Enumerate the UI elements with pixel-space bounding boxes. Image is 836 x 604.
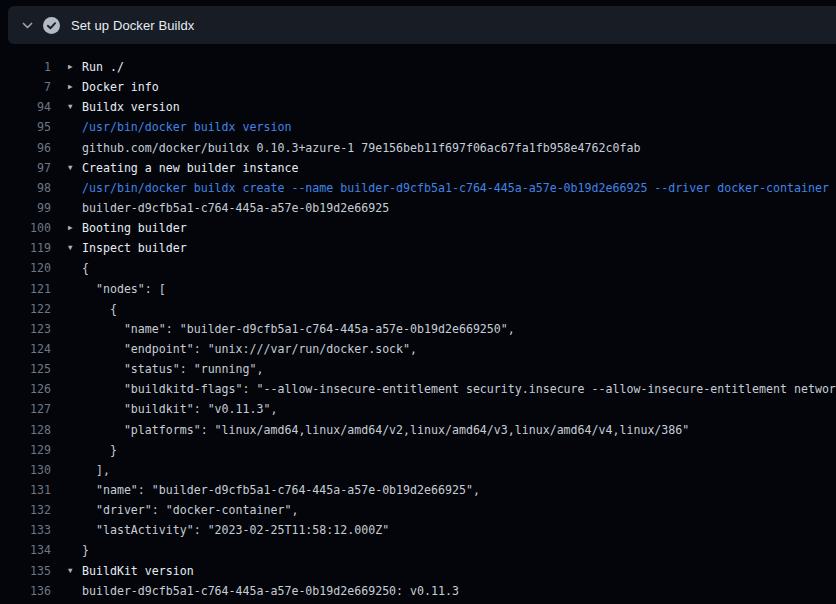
- line-text: "endpoint": "unix:///var/run/docker.sock…: [82, 339, 417, 359]
- line-content: builder-d9cfb5a1-c764-445a-a57e-0b19d2e6…: [51, 581, 459, 601]
- triangle-right-icon: ▶: [68, 77, 82, 97]
- line-content: }: [51, 540, 89, 560]
- line-number[interactable]: 119: [0, 238, 51, 258]
- line-text: Buildx version: [82, 97, 180, 117]
- line-content: "lastActivity": "2023-02-25T11:58:12.000…: [51, 520, 389, 540]
- line-text: builder-d9cfb5a1-c764-445a-a57e-0b19d2e6…: [82, 581, 459, 601]
- log-line: 96 github.com/docker/buildx 0.10.3+azure…: [0, 138, 836, 158]
- line-number[interactable]: 136: [0, 581, 51, 601]
- log-line: 133 "lastActivity": "2023-02-25T11:58:12…: [0, 520, 836, 540]
- log-line: 99 builder-d9cfb5a1-c764-445a-a57e-0b19d…: [0, 198, 836, 218]
- line-number[interactable]: 100: [0, 218, 51, 238]
- line-content: ▶Run ./: [51, 57, 124, 77]
- line-content: ▶Booting builder: [51, 218, 187, 238]
- line-content: }: [51, 440, 117, 460]
- log-line: 123 "name": "builder-d9cfb5a1-c764-445a-…: [0, 319, 836, 339]
- line-number[interactable]: 129: [0, 440, 51, 460]
- line-number[interactable]: 125: [0, 359, 51, 379]
- line-content: ▼Inspect builder: [51, 238, 187, 258]
- triangle-right-icon: ▶: [68, 218, 82, 238]
- line-text: ],: [82, 460, 110, 480]
- line-text: "buildkitd-flags": "--allow-insecure-ent…: [82, 379, 836, 399]
- line-content: "endpoint": "unix:///var/run/docker.sock…: [51, 339, 417, 359]
- log-line: 136 builder-d9cfb5a1-c764-445a-a57e-0b19…: [0, 581, 836, 601]
- line-text: builder-d9cfb5a1-c764-445a-a57e-0b19d2e6…: [82, 198, 389, 218]
- line-content: ▶Docker info: [51, 77, 159, 97]
- line-text: "name": "builder-d9cfb5a1-c764-445a-a57e…: [82, 319, 515, 339]
- line-number[interactable]: 96: [0, 138, 51, 158]
- log-line[interactable]: 7 ▶Docker info: [0, 77, 836, 97]
- collapse-step-button[interactable]: [16, 14, 38, 36]
- line-number[interactable]: 132: [0, 500, 51, 520]
- line-number[interactable]: 99: [0, 198, 51, 218]
- log-lines: 1 ▶Run ./ 7 ▶Docker info 94 ▼Buildx vers…: [0, 57, 836, 601]
- line-content: builder-d9cfb5a1-c764-445a-a57e-0b19d2e6…: [51, 198, 389, 218]
- line-number[interactable]: 127: [0, 399, 51, 419]
- line-content: "buildkit": "v0.11.3",: [51, 399, 277, 419]
- triangle-down-icon: ▼: [68, 238, 82, 258]
- line-text: Creating a new builder instance: [82, 158, 298, 178]
- line-content: ▼BuildKit version: [51, 561, 194, 581]
- line-text: "driver": "docker-container",: [82, 500, 298, 520]
- log-line[interactable]: 1 ▶Run ./: [0, 57, 836, 77]
- line-content: ▼Buildx version: [51, 97, 180, 117]
- line-text: Docker info: [82, 77, 159, 97]
- line-text: Booting builder: [82, 218, 187, 238]
- line-number[interactable]: 130: [0, 460, 51, 480]
- line-number[interactable]: 97: [0, 158, 51, 178]
- line-text: BuildKit version: [82, 561, 194, 581]
- step-header[interactable]: Set up Docker Buildx: [8, 6, 836, 44]
- line-number[interactable]: 94: [0, 97, 51, 117]
- log-line: 132 "driver": "docker-container",: [0, 500, 836, 520]
- line-number[interactable]: 121: [0, 279, 51, 299]
- log-line[interactable]: 119 ▼Inspect builder: [0, 238, 836, 258]
- line-number[interactable]: 95: [0, 117, 51, 137]
- step-status-check-icon: [43, 17, 60, 34]
- line-content: /usr/bin/docker buildx create --name bui…: [51, 178, 829, 198]
- line-content: "buildkitd-flags": "--allow-insecure-ent…: [51, 379, 836, 399]
- line-number[interactable]: 124: [0, 339, 51, 359]
- log-line: 98 /usr/bin/docker buildx create --name …: [0, 178, 836, 198]
- line-content: {: [51, 299, 117, 319]
- line-number[interactable]: 128: [0, 420, 51, 440]
- log-line[interactable]: 100 ▶Booting builder: [0, 218, 836, 238]
- log-line: 124 "endpoint": "unix:///var/run/docker.…: [0, 339, 836, 359]
- log-line: 128 "platforms": "linux/amd64,linux/amd6…: [0, 420, 836, 440]
- log-line: 130 ],: [0, 460, 836, 480]
- log-line[interactable]: 94 ▼Buildx version: [0, 97, 836, 117]
- line-number[interactable]: 1: [0, 57, 51, 77]
- triangle-right-icon: ▶: [68, 57, 82, 77]
- line-number[interactable]: 131: [0, 480, 51, 500]
- triangle-down-icon: ▼: [68, 158, 82, 178]
- line-text: {: [82, 258, 89, 278]
- chevron-down-icon: [21, 19, 34, 32]
- line-content: /usr/bin/docker buildx version: [51, 117, 291, 137]
- triangle-down-icon: ▼: [68, 97, 82, 117]
- line-text: }: [82, 440, 117, 460]
- line-number[interactable]: 135: [0, 561, 51, 581]
- log-line: 126 "buildkitd-flags": "--allow-insecure…: [0, 379, 836, 399]
- log-line: 122 {: [0, 299, 836, 319]
- line-content: {: [51, 258, 89, 278]
- line-content: "name": "builder-d9cfb5a1-c764-445a-a57e…: [51, 319, 515, 339]
- line-number[interactable]: 126: [0, 379, 51, 399]
- line-number[interactable]: 134: [0, 540, 51, 560]
- log-line: 131 "name": "builder-d9cfb5a1-c764-445a-…: [0, 480, 836, 500]
- line-number[interactable]: 122: [0, 299, 51, 319]
- line-text: github.com/docker/buildx 0.10.3+azure-1 …: [82, 138, 640, 158]
- log-line[interactable]: 135 ▼BuildKit version: [0, 561, 836, 581]
- line-content: "driver": "docker-container",: [51, 500, 298, 520]
- log-line[interactable]: 97 ▼Creating a new builder instance: [0, 158, 836, 178]
- line-text: "platforms": "linux/amd64,linux/amd64/v2…: [82, 420, 689, 440]
- line-number[interactable]: 98: [0, 178, 51, 198]
- line-number[interactable]: 7: [0, 77, 51, 97]
- line-content: ▼Creating a new builder instance: [51, 158, 298, 178]
- line-content: "status": "running",: [51, 359, 263, 379]
- log-line: 129 }: [0, 440, 836, 460]
- log-line: 120 {: [0, 258, 836, 278]
- line-number[interactable]: 123: [0, 319, 51, 339]
- line-text: "lastActivity": "2023-02-25T11:58:12.000…: [82, 520, 389, 540]
- line-number[interactable]: 133: [0, 520, 51, 540]
- line-text: Inspect builder: [82, 238, 187, 258]
- line-number[interactable]: 120: [0, 258, 51, 278]
